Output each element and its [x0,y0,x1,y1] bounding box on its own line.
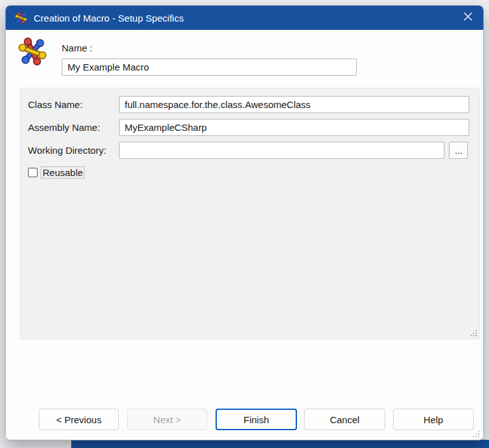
window-resize-grip[interactable] [472,430,480,438]
reusable-checkbox[interactable] [28,168,38,177]
assembly-name-label: Assembly Name: [28,122,100,133]
dialog-creation-of-macro: Creation of Macro - Setup Specifics [5,5,484,440]
browse-button[interactable]: ... [449,142,468,159]
close-button[interactable] [453,6,483,30]
assembly-name-input[interactable] [119,119,469,136]
name-input[interactable] [62,58,357,76]
macro-icon [15,11,27,24]
help-button[interactable]: Help [393,409,474,430]
setup-specifics-panel: Class Name: Assembly Name: Working Direc… [20,88,480,339]
class-name-input[interactable] [119,96,469,113]
panel-resize-grip[interactable] [469,329,478,337]
next-button[interactable]: Next > [127,409,207,430]
cancel-button[interactable]: Cancel [304,409,385,430]
finish-button[interactable]: Finish [216,409,297,430]
working-directory-input[interactable] [119,142,444,159]
name-label: Name : [62,43,92,53]
working-directory-label: Working Directory: [28,145,106,156]
previous-button[interactable]: < Previous [39,409,119,430]
window-title: Creation of Macro - Setup Specifics [34,13,184,24]
close-icon [464,12,472,24]
macro-icon-large [17,36,48,67]
titlebar[interactable]: Creation of Macro - Setup Specifics [6,6,483,30]
reusable-checkbox-label[interactable]: Reusable [41,167,84,178]
dialog-body: Name : Class Name: Assembly Name: Workin… [6,30,483,440]
background-window-edge [71,440,489,448]
class-name-label: Class Name: [28,99,83,110]
